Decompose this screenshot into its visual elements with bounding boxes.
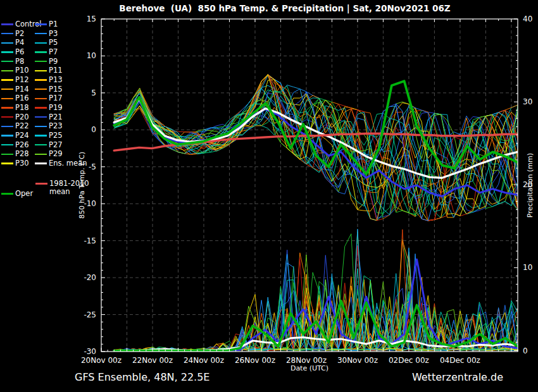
y-right-axis-title: Precipitation (mm) [526, 153, 534, 217]
y-left-tick-label: -30 [84, 347, 96, 356]
y-left-tick-label: -15 [84, 236, 96, 245]
y-left-tick-label: 15 [87, 15, 96, 23]
x-tick-label: 04Dec 00z [440, 356, 480, 365]
y-left-tick-label: 5 [91, 89, 96, 97]
x-tick-label: 02Dec 00z [389, 356, 429, 365]
x-tick-label: 26Nov 00z [235, 356, 275, 365]
meteogram-plot: 20Nov 00z22Nov 00z24Nov 00z26Nov 00z28No… [0, 0, 538, 392]
y-left-tick-label: -20 [84, 273, 96, 282]
y-right-tick-label: 40 [523, 15, 532, 23]
y-left-tick-label: 0 [91, 125, 96, 134]
legend-color-swatch [1, 193, 13, 195]
x-tick-label: 24Nov 00z [184, 356, 224, 365]
legend-item-label: Oper [15, 190, 33, 198]
footer-model-text: GFS Ensemble, 48N, 22.5E [75, 371, 210, 383]
meteogram-page: Berehove (UA) 850 hPa Temp. & Precipitat… [0, 0, 538, 392]
y-right-tick-label: 30 [523, 97, 532, 106]
footer-brand-text: Wetterzentrale.de [412, 371, 503, 383]
legend-item-1981-2010-mean: 1981-2010mean [35, 180, 89, 196]
y-right-tick-label: 10 [523, 263, 532, 272]
x-tick-label: 28Nov 00z [286, 356, 327, 365]
y-left-tick-label: -25 [84, 310, 96, 319]
x-tick-label: 20Nov 00z [81, 356, 122, 365]
legend-color-swatch [35, 183, 47, 185]
x-tick-label: 22Nov 00z [132, 356, 173, 365]
legend-item-oper: Oper [1, 190, 33, 198]
x-tick-label: 30Nov 00z [337, 356, 378, 365]
y-right-tick-label: 0 [523, 346, 528, 355]
legend-item-label: 1981-2010mean [49, 180, 89, 196]
y-left-tick-label: -5 [89, 162, 96, 171]
y-left-tick-label: 10 [87, 51, 96, 60]
